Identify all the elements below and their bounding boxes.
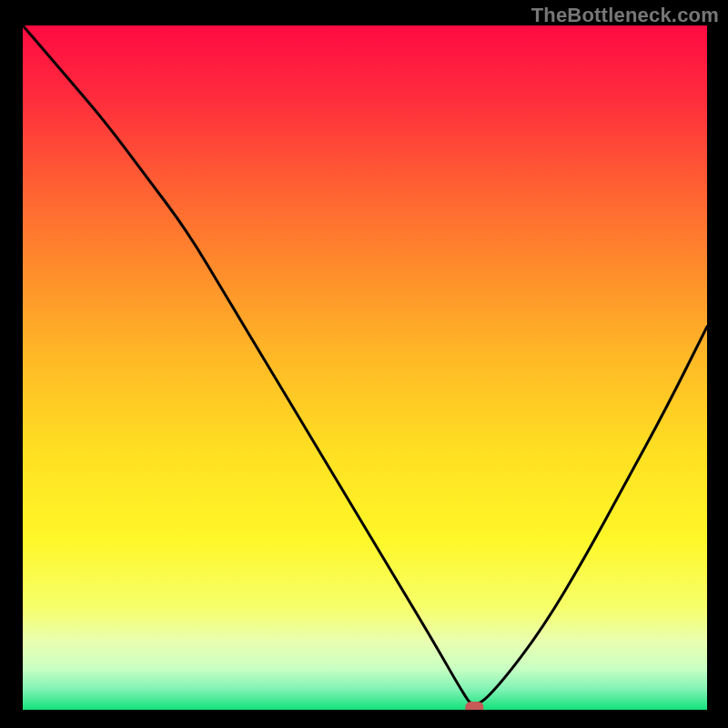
plot-area [23, 25, 707, 710]
optimal-point-marker [465, 702, 483, 710]
watermark-text: TheBottleneck.com [531, 4, 719, 27]
chart-frame: TheBottleneck.com [0, 0, 728, 728]
gradient-background [23, 25, 707, 710]
bottleneck-chart [23, 25, 707, 710]
